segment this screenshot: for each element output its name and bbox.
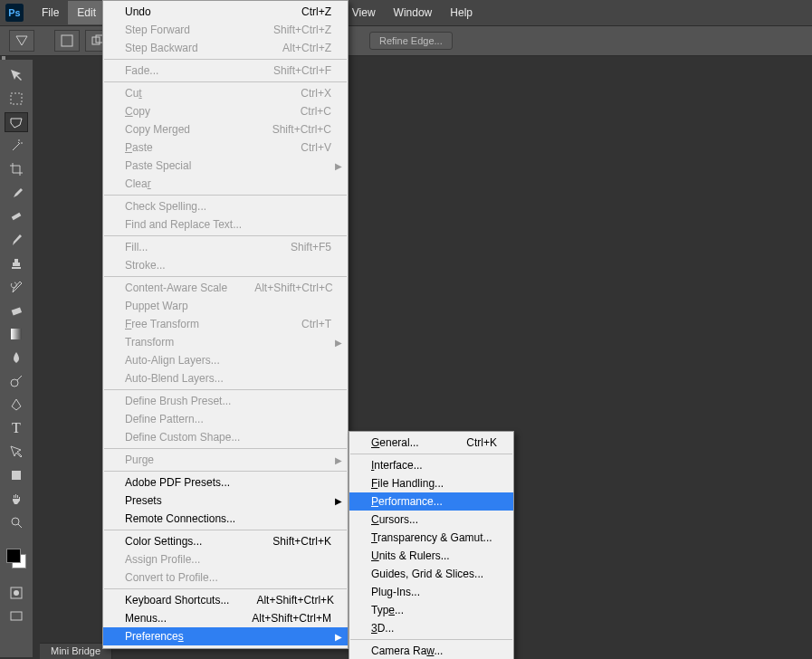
history-brush-tool-icon[interactable] (5, 277, 28, 297)
edit-menu-item: Define Pattern... (103, 410, 348, 428)
eyedropper-tool-icon[interactable] (5, 183, 28, 203)
menu-item-label: Fade... (125, 64, 158, 77)
menu-item-label: Free Transform (125, 318, 199, 330)
menu-item-shortcut: Ctrl+V (301, 141, 331, 154)
crop-tool-icon[interactable] (5, 159, 28, 179)
hand-tool-icon[interactable] (5, 489, 28, 509)
type-tool-icon[interactable]: T (5, 418, 28, 438)
menu-item-label: Transform (125, 336, 174, 349)
path-tool-icon[interactable] (5, 442, 28, 462)
menu-item-shortcut: Alt+Shift+Ctrl+C (254, 282, 332, 294)
menu-separator (350, 639, 512, 640)
heal-tool-icon[interactable] (5, 206, 28, 226)
svg-rect-16 (11, 612, 22, 620)
prefs-submenu-item[interactable]: File Handling... (349, 474, 513, 492)
menu-edit[interactable]: Edit (68, 1, 105, 24)
prefs-submenu-item[interactable]: General...Ctrl+K (349, 434, 513, 452)
eraser-tool-icon[interactable] (5, 301, 28, 320)
menu-item-label: 3D... (371, 622, 394, 635)
menu-window[interactable]: Window (385, 1, 442, 24)
menu-item-label: Adobe PDF Presets... (125, 476, 230, 489)
submenu-arrow-icon: ▶ (335, 455, 342, 465)
menu-item-label: General... (371, 436, 419, 449)
brush-tool-icon[interactable] (5, 230, 28, 250)
edit-menu-item: Paste Special▶ (103, 157, 348, 175)
edit-menu-item[interactable]: UndoCtrl+Z (103, 3, 348, 21)
menu-item-label: Transparency & Gamut... (371, 531, 492, 544)
menu-item-label: Define Custom Shape... (125, 431, 240, 444)
edit-menu-item: PasteCtrl+V (103, 138, 348, 157)
menu-help[interactable]: Help (441, 1, 482, 24)
marquee-tool-icon[interactable] (5, 89, 28, 109)
menu-separator (104, 81, 347, 82)
tool-preset-icon[interactable] (9, 30, 34, 52)
dodge-tool-icon[interactable] (5, 371, 28, 391)
menu-view[interactable]: View (343, 1, 385, 24)
refine-edge-button[interactable]: Refine Edge... (369, 32, 453, 50)
wand-tool-icon[interactable] (5, 136, 28, 156)
prefs-submenu-item[interactable]: Guides, Grid & Slices... (349, 565, 513, 583)
prefs-submenu-item[interactable]: Plug-Ins... (349, 583, 513, 601)
menu-item-label: Stroke... (125, 259, 166, 272)
menu-item-shortcut: Shift+Ctrl+K (272, 535, 331, 548)
menu-item-label: Presets (125, 494, 162, 507)
gradient-tool-icon[interactable] (5, 324, 28, 344)
edit-menu-item[interactable]: Color Settings...Shift+Ctrl+K (103, 532, 348, 550)
quickmask-icon[interactable] (5, 583, 28, 603)
menu-item-label: Camera Raw... (371, 645, 443, 657)
menu-separator (350, 454, 512, 454)
svg-rect-8 (12, 213, 22, 220)
app-logo: Ps (4, 4, 25, 22)
menu-separator (104, 471, 347, 472)
menu-separator (104, 448, 347, 449)
prefs-submenu-item[interactable]: Interface... (349, 456, 513, 474)
submenu-arrow-icon: ▶ (335, 632, 342, 642)
prefs-submenu-item[interactable]: Units & Rulers... (349, 547, 513, 565)
zoom-tool-icon[interactable] (5, 512, 28, 532)
prefs-submenu-item[interactable]: 3D... (349, 619, 513, 637)
selection-new-icon[interactable] (54, 30, 80, 52)
edit-menu-item[interactable]: Preferences▶ (103, 627, 348, 645)
prefs-submenu-item[interactable]: Camera Raw... (349, 642, 513, 659)
edit-menu-item: Fill...Shift+F5 (103, 238, 348, 256)
edit-menu-item: Transform▶ (103, 333, 348, 351)
menu-separator (104, 235, 347, 236)
edit-menu-item: Auto-Align Layers... (103, 351, 348, 369)
edit-menu-item: Content-Aware ScaleAlt+Shift+Ctrl+C (103, 279, 348, 297)
edit-menu-item: Free TransformCtrl+T (103, 315, 348, 333)
color-swatches[interactable] (6, 549, 26, 568)
prefs-submenu-item[interactable]: Cursors... (349, 511, 513, 529)
menu-item-label: Puppet Warp (125, 300, 188, 312)
menu-item-label: Step Forward (125, 24, 190, 36)
prefs-submenu-item[interactable]: Transparency & Gamut... (349, 529, 513, 547)
menu-separator (104, 588, 347, 589)
menu-item-label: Define Pattern... (125, 413, 204, 425)
menu-item-label: Cut (125, 87, 142, 100)
edit-menu-item[interactable]: Remote Connections... (103, 510, 348, 528)
edit-menu-item[interactable]: Menus...Alt+Shift+Ctrl+M (103, 609, 348, 627)
screenmode-icon[interactable] (5, 606, 28, 626)
edit-menu-item: Check Spelling... (103, 197, 348, 215)
edit-menu-item[interactable]: Adobe PDF Presets... (103, 473, 348, 492)
prefs-submenu-item[interactable]: Performance... (349, 492, 513, 511)
move-tool-icon[interactable] (5, 65, 28, 85)
menu-item-shortcut: Ctrl+C (301, 105, 331, 118)
stamp-tool-icon[interactable] (5, 253, 28, 273)
menu-item-shortcut: Alt+Shift+Ctrl+K (256, 594, 334, 606)
edit-menu-item[interactable]: Presets▶ (103, 492, 348, 510)
edit-menu-item[interactable]: Keyboard Shortcuts...Alt+Shift+Ctrl+K (103, 591, 348, 609)
prefs-submenu-item[interactable]: Type... (349, 601, 513, 619)
submenu-arrow-icon: ▶ (335, 338, 342, 348)
blur-tool-icon[interactable] (5, 348, 28, 368)
edit-menu-item: Step BackwardAlt+Ctrl+Z (103, 39, 348, 57)
lasso-tool-icon[interactable] (5, 112, 28, 132)
menu-item-label: Auto-Blend Layers... (125, 372, 224, 385)
shape-tool-icon[interactable] (5, 465, 28, 485)
menu-file[interactable]: File (33, 1, 68, 24)
pen-tool-icon[interactable] (5, 395, 28, 415)
menu-item-label: Assign Profile... (125, 553, 200, 566)
menu-item-label: Keyboard Shortcuts... (125, 594, 229, 606)
menu-item-label: Type... (371, 604, 404, 616)
menu-item-label: Auto-Align Layers... (125, 354, 220, 367)
edit-menu-item: Purge▶ (103, 451, 348, 469)
